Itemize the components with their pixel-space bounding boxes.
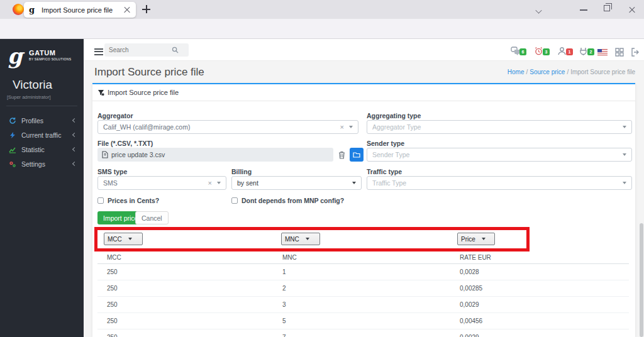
connections-count-badge: 2 xyxy=(587,48,594,55)
caret-down-icon xyxy=(623,182,626,184)
firefox-logo-icon[interactable] xyxy=(13,4,24,15)
mnp-config-checkbox[interactable]: Dont depends from MNP config? xyxy=(231,197,344,204)
caret-down-icon xyxy=(623,153,626,156)
users-button[interactable]: 1 xyxy=(557,47,569,58)
breadcrumb-current: Import Source price file xyxy=(570,69,635,75)
mnc-column-select[interactable]: MNC xyxy=(281,233,320,245)
prices-in-cents-checkbox[interactable]: Prices in Cents? xyxy=(97,197,159,204)
alarm-icon xyxy=(534,47,543,56)
gatum-logo-icon: g xyxy=(8,45,23,67)
logout-icon[interactable] xyxy=(631,48,640,57)
billing-label: Billing xyxy=(231,168,252,175)
checkbox-icon[interactable] xyxy=(97,197,104,204)
browse-file-button[interactable] xyxy=(350,148,364,162)
table-row: 250 5 0,00456 xyxy=(97,313,629,329)
chats-count-badge: 6 xyxy=(519,48,526,55)
caret-down-icon xyxy=(128,238,132,240)
brand-subtitle: BY SEMPICO SOLUTIONS xyxy=(29,57,71,61)
caret-down-icon xyxy=(306,238,309,240)
clear-icon[interactable]: × xyxy=(208,179,217,187)
tab-title: Import Source price file xyxy=(42,6,118,14)
file-input[interactable]: price update 3.csv xyxy=(97,148,333,162)
table-header-row: MCC MNC RATE EUR xyxy=(97,252,629,264)
content-scrollbar[interactable] xyxy=(640,223,643,337)
table-row: 250 2 0,00285 xyxy=(97,280,629,297)
window-close-button[interactable] xyxy=(628,6,636,14)
sender-type-label: Sender type xyxy=(367,140,404,147)
sms-type-label: SMS type xyxy=(97,168,127,175)
alerts-button[interactable]: 3 xyxy=(534,47,545,58)
apps-grid-icon[interactable] xyxy=(615,48,624,57)
mcc-column-select[interactable]: MCC xyxy=(104,233,143,245)
folder-icon xyxy=(353,152,360,158)
screenshot-root: g Import Source price file https://porta… xyxy=(0,0,644,337)
plug-icon xyxy=(579,47,588,56)
aggregating-type-select[interactable]: Aggregator Type xyxy=(367,120,632,134)
caret-down-icon xyxy=(349,126,353,128)
sync-icon xyxy=(9,117,16,124)
delete-file-button[interactable] xyxy=(335,148,348,162)
card-header: Import Source price file xyxy=(97,89,179,96)
users-count-badge: 1 xyxy=(566,48,573,55)
import-card: Import Source price file Aggregator Cali… xyxy=(92,83,635,337)
gatum-favicon-icon: g xyxy=(29,6,37,14)
card-header-title: Import Source price file xyxy=(108,89,179,96)
card-divider xyxy=(92,101,635,101)
sender-type-select[interactable]: Sender Type xyxy=(367,148,632,162)
caret-down-icon xyxy=(623,126,626,128)
sidebar-divider xyxy=(6,106,77,106)
window-restore-button[interactable] xyxy=(604,5,610,11)
connections-button[interactable]: 2 xyxy=(579,47,590,58)
new-tab-button[interactable] xyxy=(142,5,150,13)
page-title: Import Source price file xyxy=(94,66,204,79)
tab-close-icon[interactable] xyxy=(123,6,131,14)
chevron-left-icon xyxy=(72,147,77,152)
aggregating-type-label: Aggregating type xyxy=(367,112,421,119)
chats-button[interactable]: 6 xyxy=(511,47,522,58)
list-tabs-icon[interactable] xyxy=(535,7,541,13)
search-icon xyxy=(172,47,179,53)
window-minimize-button[interactable] xyxy=(580,9,587,11)
table-row: 250 1 0,0028 xyxy=(97,264,629,280)
sidebar-item-statistic[interactable]: Statistic xyxy=(0,142,84,157)
chevron-left-icon xyxy=(72,162,77,166)
filter-icon xyxy=(97,89,104,96)
sms-type-select[interactable]: SMS × xyxy=(97,176,226,190)
alerts-count-badge: 3 xyxy=(543,48,550,55)
chevron-left-icon xyxy=(72,133,77,137)
breadcrumb-source-price[interactable]: Source price xyxy=(530,69,565,75)
price-column-select[interactable]: Price xyxy=(457,233,495,245)
search-input[interactable] xyxy=(109,47,172,53)
brand-name: GATUM xyxy=(29,49,71,57)
aggregator-select[interactable]: Calif_WH (calif@mirage.com) × xyxy=(97,120,358,134)
chevron-left-icon xyxy=(72,118,77,123)
search-box[interactable] xyxy=(104,43,189,57)
user-role: [Super administrator] xyxy=(7,94,51,100)
traffic-type-label: Traffic type xyxy=(367,168,402,175)
sidebar-item-profiles[interactable]: Profiles xyxy=(0,113,84,128)
file-label: File (*.CSV, *.TXT) xyxy=(97,140,153,147)
language-flag-icon[interactable] xyxy=(597,49,608,55)
column-header: MNC xyxy=(282,254,297,261)
sidebar-item-current-traffic[interactable]: Current traffic xyxy=(0,128,84,142)
sidebar-toggle-icon[interactable] xyxy=(94,48,103,55)
sidebar: g GATUM BY SEMPICO SOLUTIONS Victoria [S… xyxy=(0,39,84,337)
clear-icon[interactable]: × xyxy=(340,123,349,131)
chart-icon xyxy=(9,146,16,153)
checkbox-icon[interactable] xyxy=(231,197,238,204)
gears-icon xyxy=(9,160,16,168)
billing-select[interactable]: by sent xyxy=(231,176,362,190)
sidebar-item-settings[interactable]: Settings xyxy=(0,157,84,171)
caret-down-icon xyxy=(352,182,356,184)
cancel-button[interactable]: Cancel xyxy=(135,211,169,224)
breadcrumb-home[interactable]: Home xyxy=(508,69,525,75)
browser-tab-active[interactable]: g Import Source price file xyxy=(24,2,136,18)
aggregator-label: Aggregator xyxy=(97,112,133,119)
brand-block: GATUM BY SEMPICO SOLUTIONS xyxy=(29,49,71,61)
breadcrumb: Home/Source price/Import Source price fi… xyxy=(508,69,635,75)
caret-down-icon xyxy=(217,182,221,184)
column-header: MCC xyxy=(107,254,121,261)
traffic-type-select[interactable]: Traffic Type xyxy=(367,176,632,190)
traffic-icon xyxy=(9,131,16,139)
browser-url-row: https://portal.gatum.io/source-price/imp… xyxy=(0,19,644,39)
